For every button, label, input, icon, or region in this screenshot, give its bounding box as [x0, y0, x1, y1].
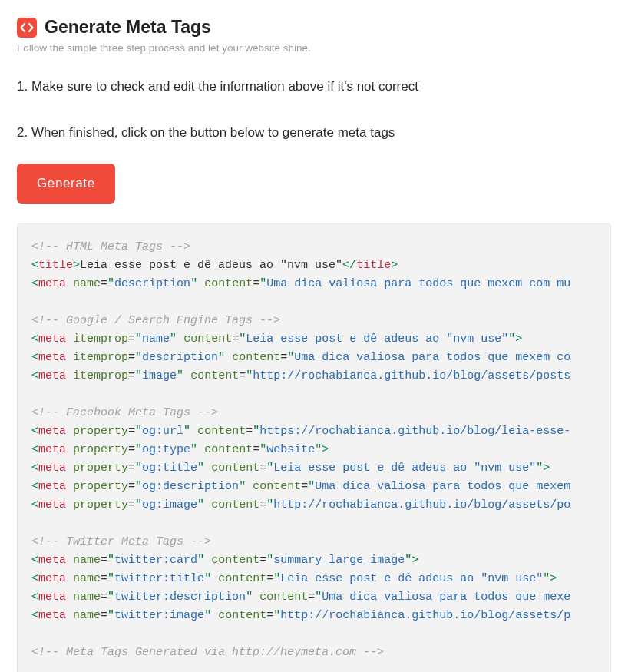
generate-button[interactable]: Generate	[17, 164, 115, 204]
page-title: Generate Meta Tags	[45, 17, 211, 38]
title-text: Leia esse post e dê adeus ao "nvm use"	[80, 259, 342, 272]
page-subtitle: Follow the simple three step process and…	[17, 42, 611, 54]
comment-generated: <!-- Meta Tags Generated via http://heym…	[31, 646, 384, 659]
step-one: 1. Make sure to check and edit the infor…	[17, 77, 611, 97]
comment-fb: <!-- Facebook Meta Tags -->	[31, 406, 218, 419]
comment-tw: <!-- Twitter Meta Tags -->	[31, 535, 211, 548]
comment-html: <!-- HTML Meta Tags -->	[31, 240, 190, 253]
code-icon	[17, 18, 37, 38]
comment-google: <!-- Google / Search Engine Tags -->	[31, 314, 280, 327]
tag-title-close: title	[356, 259, 391, 272]
step-two: 2. When finished, click on the button be…	[17, 123, 611, 143]
tag-title-open: title	[38, 259, 73, 272]
generated-code-block[interactable]: <!-- HTML Meta Tags --> <title>Leia esse…	[17, 223, 611, 672]
page-header: Generate Meta Tags	[17, 17, 611, 38]
